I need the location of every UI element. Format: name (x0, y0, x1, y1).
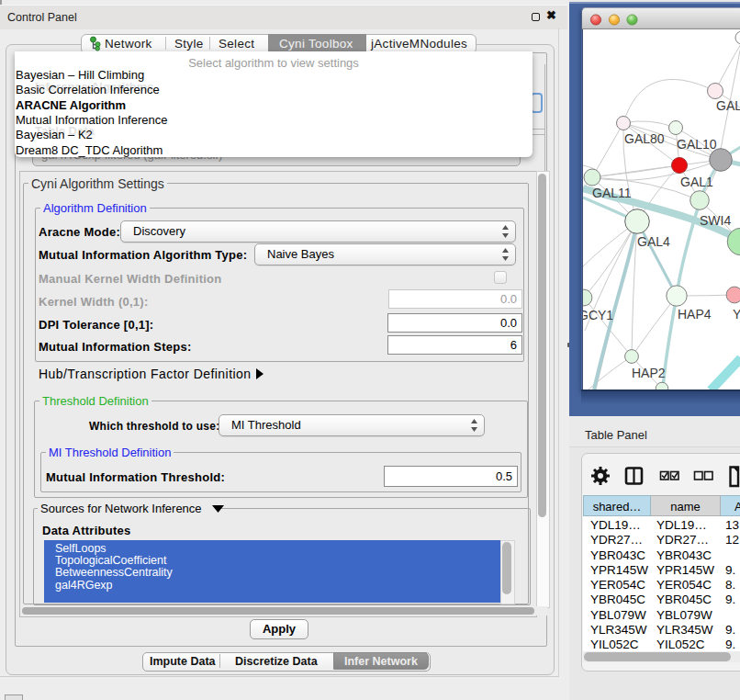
svg-text:GAL10: GAL10 (677, 137, 717, 152)
svg-text:HAP4: HAP4 (678, 307, 712, 322)
svg-text:SWI4: SWI4 (700, 213, 731, 228)
svg-text:GAL4: GAL4 (637, 234, 670, 249)
svg-text:GAL2: GAL2 (716, 98, 740, 113)
svg-text:GAL80: GAL80 (624, 131, 665, 146)
svg-text:GAL11: GAL11 (592, 186, 632, 200)
svg-text:GCY1: GCY1 (582, 308, 613, 322)
svg-text:GAL1: GAL1 (680, 175, 713, 189)
svg-text:HAP2: HAP2 (632, 366, 666, 380)
svg-text:YD: YD (733, 307, 740, 322)
